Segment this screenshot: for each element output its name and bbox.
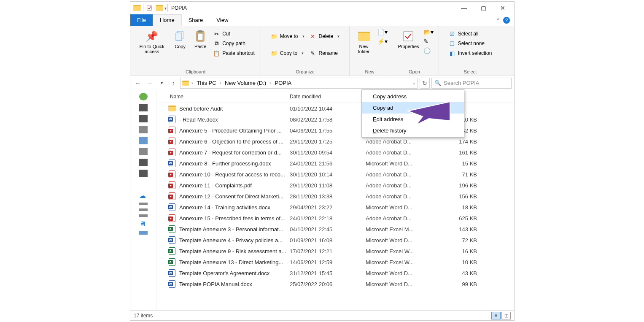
tab-file[interactable]: File <box>130 14 153 26</box>
new-item-icon[interactable]: 📄▾ <box>377 29 388 35</box>
properties-button[interactable]: Properties <box>395 28 421 51</box>
address-dropdown-icon[interactable]: ⌄ <box>412 81 416 85</box>
chevron-right-icon-2[interactable]: › <box>218 80 223 86</box>
nav-item-icon-10[interactable] <box>139 214 148 217</box>
group-organize-label: Organize <box>261 68 349 76</box>
file-type: Microsoft Word D... <box>366 204 442 211</box>
nav-item-icon-6[interactable] <box>139 159 148 166</box>
file-row[interactable]: Annexure 11 - Complaints.pdf29/11/2020 1… <box>156 180 514 191</box>
invert-selection-button[interactable]: ◧Invert selection <box>447 49 494 57</box>
nav-item-icon[interactable] <box>139 104 148 111</box>
address-folder-icon <box>182 81 189 86</box>
nav-item-icon-9[interactable] <box>139 208 148 211</box>
search-box[interactable]: 🔍 Search POPIA <box>431 78 512 89</box>
ribbon-collapse-icon[interactable]: ⱽ <box>497 17 499 23</box>
close-button[interactable]: ✕ <box>493 2 512 14</box>
view-details-button[interactable]: ≡ <box>491 312 501 319</box>
col-date[interactable]: Date modified <box>290 94 366 100</box>
file-row[interactable]: Annexure 12 - Consent for Direct Marketi… <box>156 191 514 202</box>
file-type: Microsoft Word D... <box>366 237 442 244</box>
file-row[interactable]: Template POPIA Manual.docx25/07/2022 20:… <box>156 279 514 290</box>
file-date: 31/12/2021 15:45 <box>290 270 366 276</box>
file-type-icon <box>168 138 176 145</box>
nav-item-icon-4[interactable] <box>139 137 148 144</box>
file-date: 14/06/2021 12:59 <box>290 259 366 265</box>
pin-label: Pin to Quick access <box>137 44 167 54</box>
file-type-icon <box>168 247 176 255</box>
delete-button[interactable]: ✕Delete▾ <box>308 32 342 41</box>
help-icon[interactable]: ? <box>503 17 510 24</box>
nav-onedrive-icon[interactable]: ☁ <box>139 192 148 199</box>
copy-path-button[interactable]: ⧉Copy path <box>211 39 256 48</box>
file-row[interactable]: Template Annexure 9 - Risk assessment a.… <box>156 246 514 257</box>
file-type: Adobe Acrobat D... <box>366 171 442 178</box>
file-date: 28/11/2020 13:38 <box>290 193 366 200</box>
rename-button[interactable]: ✎Rename <box>308 49 342 57</box>
select-all-button[interactable]: ☑Select all <box>447 30 494 38</box>
forward-button[interactable]: → <box>145 78 155 88</box>
nav-this-pc-icon[interactable]: 🖥 <box>139 220 148 228</box>
navigation-pane[interactable]: ☁ 🖥 <box>130 90 156 310</box>
nav-item-icon-8[interactable] <box>139 203 148 205</box>
qat-properties-icon[interactable] <box>146 4 153 12</box>
back-button[interactable]: ← <box>133 78 143 88</box>
edit-icon[interactable]: ✎ <box>423 38 434 45</box>
chevron-right-icon[interactable]: › <box>190 80 195 86</box>
nav-item-icon-2[interactable] <box>139 115 148 122</box>
history-icon[interactable]: 🕘 <box>423 47 434 54</box>
cut-button[interactable]: ✂Cut <box>211 30 256 38</box>
nav-item-icon-3[interactable] <box>139 126 148 133</box>
view-icons-button[interactable]: ◫ <box>501 312 511 319</box>
select-none-button[interactable]: ☐Select none <box>447 39 494 48</box>
file-row[interactable]: Annexure 15 - Prescribed fees in terms o… <box>156 213 514 224</box>
paste-button[interactable]: Paste <box>191 28 210 51</box>
breadcrumb-volume[interactable]: New Volume (D:) <box>224 80 267 86</box>
nav-green-icon[interactable] <box>139 93 148 100</box>
file-row[interactable]: Template Operator's Agreement.docx31/12/… <box>156 268 514 279</box>
file-type-icon <box>168 236 176 244</box>
paste-shortcut-button[interactable]: 📋Paste shortcut <box>211 49 256 57</box>
nav-folder-icon[interactable] <box>139 181 148 188</box>
rename-icon: ✎ <box>310 50 316 57</box>
pin-to-quick-access-button[interactable]: 📌 Pin to Quick access <box>135 28 169 56</box>
easy-access-icon[interactable]: ⚡▾ <box>377 38 388 45</box>
nav-item-icon-5[interactable] <box>139 148 148 155</box>
file-row[interactable]: Template Annexure 3 - Personal informat.… <box>156 224 514 235</box>
file-row[interactable]: Template Annexure 13 - Direct Marketing.… <box>156 257 514 268</box>
open-icon[interactable]: 📂▾ <box>423 29 434 35</box>
address-bar[interactable]: › This PC › New Volume (D:) › POPIA ⌄ <box>180 78 418 89</box>
minimize-button[interactable]: — <box>454 2 474 14</box>
nav-item-icon-7[interactable] <box>139 170 148 177</box>
select-all-icon: ☑ <box>449 30 455 37</box>
file-row[interactable]: Annexure 10 - Request for access to reco… <box>156 169 514 180</box>
breadcrumb-popia[interactable]: POPIA <box>274 80 293 86</box>
copy-to-button[interactable]: 📁Copy to▾ <box>269 49 306 57</box>
file-row[interactable]: Annexure 7 - Request for correction or d… <box>156 147 514 158</box>
window-title: POPIA <box>171 5 187 11</box>
up-button[interactable]: ↑ <box>168 78 178 88</box>
refresh-button[interactable]: ↻ <box>420 78 430 89</box>
file-type: Adobe Acrobat D... <box>366 215 442 222</box>
tab-home[interactable]: Home <box>153 14 182 26</box>
file-row[interactable]: Annexure 14 - Training activities.docx29… <box>156 202 514 213</box>
tab-view[interactable]: View <box>210 14 235 26</box>
recent-locations-button[interactable]: ▾ <box>156 78 167 88</box>
file-row[interactable]: Annexure 8 - Further processing.docx24/0… <box>156 158 514 169</box>
invert-icon: ◧ <box>449 50 455 57</box>
copy-button[interactable]: Copy <box>171 28 189 51</box>
copy-to-icon: 📁 <box>271 50 278 57</box>
breadcrumb-this-pc[interactable]: This PC <box>196 80 217 86</box>
maximize-button[interactable]: ▢ <box>474 2 493 14</box>
qat-folder-icon[interactable] <box>156 4 163 12</box>
file-row[interactable]: Template Annexure 4 - Privacy policies a… <box>156 235 514 246</box>
move-to-button[interactable]: 📁Move to▾ <box>269 32 306 41</box>
new-folder-button[interactable]: New folder <box>352 28 376 56</box>
chevron-right-icon-3[interactable]: › <box>268 80 273 86</box>
nav-item-icon-11[interactable] <box>139 231 148 235</box>
file-size: 71 KB <box>442 171 484 178</box>
file-type-icon <box>168 192 176 200</box>
tab-share[interactable]: Share <box>182 14 210 26</box>
file-name: Annexure 7 - Request for correction or d… <box>179 149 290 156</box>
qat-dropdown-icon[interactable]: ▾ <box>164 6 167 11</box>
col-name[interactable]: Name <box>156 94 290 100</box>
